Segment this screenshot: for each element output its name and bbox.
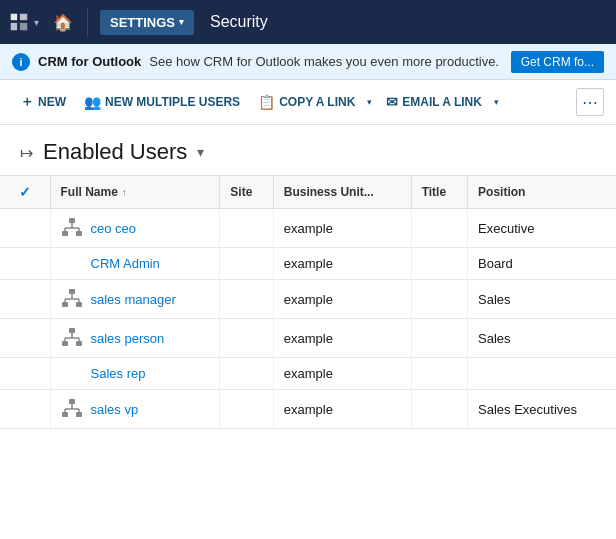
col-header-full-name[interactable]: Full Name ↑ [50,176,220,209]
banner-app-name: CRM for Outlook [38,54,141,69]
copy-link-label: COPY A LINK [279,95,355,109]
row-name-text[interactable]: sales manager [91,292,176,307]
row-title [411,319,467,358]
table-row: ceo ceoexampleExecutive [0,209,616,248]
row-site [220,358,273,390]
col-header-site[interactable]: Site [220,176,273,209]
crm-banner: i CRM for Outlook See how CRM for Outloo… [0,44,616,80]
row-full-name[interactable]: ceo ceo [51,209,220,247]
email-link-dropdown-arrow[interactable]: ▾ [490,92,503,112]
plus-icon: ＋ [20,93,34,111]
row-position: Board [468,248,616,280]
row-title [411,248,467,280]
row-business-unit: example [273,390,411,429]
row-name-text[interactable]: sales vp [91,402,139,417]
users-table: ✓ Full Name ↑ Site Business Unit... Titl… [0,175,616,429]
table-body: ceo ceoexampleExecutiveCRM AdminexampleB… [0,209,616,429]
copy-link-button[interactable]: 📋 COPY A LINK [250,89,363,115]
svg-rect-23 [76,412,82,417]
row-site [220,248,273,280]
row-full-name[interactable]: sales person [51,319,220,357]
email-link-button[interactable]: ✉ EMAIL A LINK [378,89,490,115]
section-title: Security [210,13,268,31]
svg-rect-16 [76,341,82,346]
banner-cta-button[interactable]: Get CRM fo... [511,51,604,73]
copy-link-dropdown-arrow[interactable]: ▾ [363,92,376,112]
col-header-position[interactable]: Position [468,176,616,209]
row-name-text[interactable]: ceo ceo [91,221,137,236]
page-header-pin-icon: ↦ [20,143,33,162]
row-name-text[interactable]: Sales rep [91,366,146,381]
svg-rect-7 [69,289,75,294]
app-logo-chevron[interactable]: ▾ [34,17,39,28]
col-header-business-unit[interactable]: Business Unit... [273,176,411,209]
row-site [220,280,273,319]
row-site [220,390,273,429]
svg-rect-15 [62,341,68,346]
row-checkbox[interactable] [0,209,50,248]
app-logo[interactable] [8,11,30,33]
nav-divider [87,8,88,36]
row-position: Sales [468,319,616,358]
user-hierarchy-icon [61,398,83,420]
svg-rect-8 [62,302,68,307]
home-button[interactable]: 🏠 [47,6,79,38]
settings-button[interactable]: SETTINGS ▾ [100,10,194,35]
new-button[interactable]: ＋ NEW [12,88,74,116]
row-checkbox[interactable] [0,390,50,429]
svg-rect-2 [76,231,82,236]
copy-link-group: 📋 COPY A LINK ▾ [250,89,376,115]
toolbar-overflow-button[interactable]: ⋯ [576,88,604,116]
row-site [220,319,273,358]
row-full-name[interactable]: Sales rep [51,358,220,389]
email-link-group: ✉ EMAIL A LINK ▾ [378,89,503,115]
toolbar: ＋ NEW 👥 NEW MULTIPLE USERS 📋 COPY A LINK… [0,80,616,125]
table-row: Sales repexample [0,358,616,390]
svg-rect-1 [62,231,68,236]
col-header-title[interactable]: Title [411,176,467,209]
row-business-unit: example [273,209,411,248]
col-header-checkbox[interactable]: ✓ [0,176,50,209]
row-business-unit: example [273,248,411,280]
row-title [411,280,467,319]
banner-message: See how CRM for Outlook makes you even m… [149,54,499,69]
table-row: sales managerexampleSales [0,280,616,319]
page-title: Enabled Users [43,139,187,165]
copy-icon: 📋 [258,94,275,110]
email-icon: ✉ [386,94,398,110]
user-hierarchy-icon [61,288,83,310]
table-row: sales personexampleSales [0,319,616,358]
row-name-text[interactable]: CRM Admin [91,256,160,271]
page-title-chevron-icon[interactable]: ▾ [197,144,204,160]
row-full-name[interactable]: sales manager [51,280,220,318]
row-position: Executive [468,209,616,248]
row-title [411,358,467,390]
settings-chevron-icon: ▾ [179,17,184,27]
svg-rect-9 [76,302,82,307]
row-title [411,209,467,248]
row-business-unit: example [273,358,411,390]
row-title [411,390,467,429]
row-full-name[interactable]: sales vp [51,390,220,428]
multiple-users-icon: 👥 [84,94,101,110]
new-multiple-users-button[interactable]: 👥 NEW MULTIPLE USERS [76,89,248,115]
row-checkbox[interactable] [0,280,50,319]
row-checkbox[interactable] [0,248,50,280]
user-hierarchy-icon [61,217,83,239]
svg-rect-0 [69,218,75,223]
svg-rect-22 [62,412,68,417]
page-header: ↦ Enabled Users ▾ [0,125,616,175]
new-label: NEW [38,95,66,109]
row-full-name[interactable]: CRM Admin [51,248,220,279]
row-checkbox[interactable] [0,319,50,358]
row-checkbox[interactable] [0,358,50,390]
row-name-text[interactable]: sales person [91,331,165,346]
sort-asc-icon: ↑ [122,187,127,198]
row-position: Sales [468,280,616,319]
row-position [468,358,616,390]
settings-label: SETTINGS [110,15,175,30]
table-row: CRM AdminexampleBoard [0,248,616,280]
svg-rect-21 [69,399,75,404]
row-business-unit: example [273,280,411,319]
row-business-unit: example [273,319,411,358]
